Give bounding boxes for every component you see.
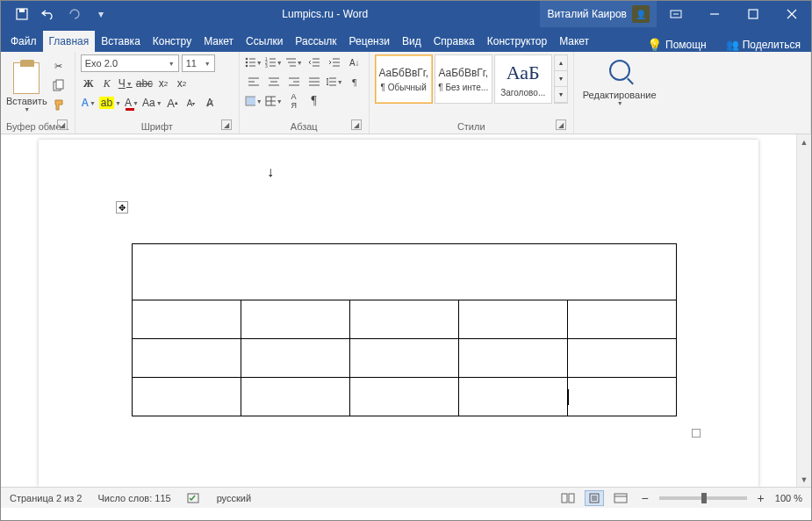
- change-case-button[interactable]: Aa▼: [142, 95, 162, 111]
- sort-az-button[interactable]: АЯ: [285, 93, 303, 109]
- table-row[interactable]: [133, 339, 677, 378]
- tab-file[interactable]: Файл: [4, 31, 43, 52]
- bold-button[interactable]: Ж: [81, 76, 97, 91]
- table-cell[interactable]: [350, 378, 459, 416]
- qat-customize-icon[interactable]: ▾: [92, 5, 110, 23]
- ribbon-options-button[interactable]: [657, 1, 695, 27]
- underline-button[interactable]: Ч▼: [118, 76, 133, 91]
- document-page[interactable]: ↓ ✥: [39, 140, 758, 487]
- clipboard-launcher[interactable]: ◢: [57, 119, 68, 130]
- sort-button[interactable]: A↓: [346, 54, 363, 70]
- tab-table-design[interactable]: Конструктор: [481, 31, 553, 52]
- styles-gallery-expand[interactable]: ▴▾▾: [554, 54, 568, 104]
- spellcheck-icon[interactable]: [187, 492, 201, 504]
- font-color-button[interactable]: A▼: [124, 95, 140, 111]
- table-cell[interactable]: [133, 300, 241, 339]
- autosave-icon[interactable]: [13, 5, 31, 23]
- font-launcher[interactable]: ◢: [221, 119, 232, 130]
- align-center-button[interactable]: [265, 74, 283, 90]
- multilevel-button[interactable]: ▼: [285, 54, 303, 70]
- styles-launcher[interactable]: ◢: [556, 119, 566, 130]
- close-button[interactable]: [772, 1, 811, 27]
- maximize-button[interactable]: [734, 1, 772, 27]
- bullets-button[interactable]: ▼: [245, 54, 262, 70]
- line-spacing-button[interactable]: ▼: [326, 74, 343, 90]
- superscript-button[interactable]: x2: [174, 76, 190, 91]
- zoom-out-button[interactable]: −: [637, 491, 651, 505]
- table-cell[interactable]: [241, 300, 350, 339]
- clear-formatting-button[interactable]: A̷: [202, 95, 218, 111]
- tab-view[interactable]: Вид: [396, 31, 428, 52]
- scroll-up-button[interactable]: ▲: [797, 134, 811, 149]
- table-cell[interactable]: [350, 339, 459, 378]
- align-left-button[interactable]: [245, 74, 262, 90]
- tab-table-layout[interactable]: Макет: [553, 31, 595, 52]
- style-heading1[interactable]: АаБ Заголово...: [494, 54, 552, 104]
- show-marks-button[interactable]: ¶: [346, 74, 363, 90]
- table-cell[interactable]: [133, 378, 241, 416]
- font-size-combo[interactable]: 11▼: [182, 54, 215, 72]
- paragraph-launcher[interactable]: ◢: [351, 119, 362, 130]
- table-cell[interactable]: [241, 378, 350, 416]
- increase-indent-button[interactable]: [326, 54, 343, 70]
- table-row[interactable]: [133, 378, 677, 416]
- zoom-in-button[interactable]: +: [754, 491, 768, 505]
- copy-button[interactable]: [51, 77, 67, 93]
- read-mode-button[interactable]: [558, 490, 578, 506]
- table-cell[interactable]: [459, 378, 568, 416]
- undo-button[interactable]: [40, 5, 57, 23]
- table-cell[interactable]: [459, 339, 568, 378]
- borders-button[interactable]: ▼: [265, 93, 283, 109]
- format-painter-button[interactable]: [51, 97, 67, 112]
- table-cell[interactable]: [568, 300, 677, 339]
- shading-button[interactable]: ▼: [245, 93, 262, 109]
- table-cell[interactable]: [350, 300, 459, 339]
- page-number-status[interactable]: Страница 2 из 2: [10, 493, 82, 503]
- share-icon[interactable]: 👥: [726, 39, 739, 51]
- word-count-status[interactable]: Число слов: 115: [97, 493, 170, 503]
- subscript-button[interactable]: x2: [155, 76, 171, 91]
- scroll-track[interactable]: [797, 149, 811, 472]
- pilcrow-button[interactable]: ¶: [305, 93, 323, 109]
- style-no-spacing[interactable]: АаБбВвГг, ¶ Без инте...: [435, 54, 492, 104]
- italic-button[interactable]: К: [99, 76, 115, 91]
- font-family-combo[interactable]: Exo 2.0▼: [81, 54, 179, 72]
- grow-font-button[interactable]: A▴: [165, 95, 181, 111]
- zoom-level[interactable]: 100 %: [775, 493, 802, 503]
- tab-insert[interactable]: Вставка: [95, 31, 147, 52]
- editing-button[interactable]: Редактирование ▼: [579, 54, 660, 130]
- justify-button[interactable]: [305, 74, 323, 90]
- table-row[interactable]: [133, 244, 677, 300]
- share-label[interactable]: Поделиться: [743, 39, 801, 51]
- strikethrough-button[interactable]: abc: [136, 76, 153, 91]
- tab-review[interactable]: Рецензи: [343, 31, 396, 52]
- align-right-button[interactable]: [285, 74, 303, 90]
- highlight-button[interactable]: ab▼: [99, 95, 121, 111]
- vertical-scrollbar[interactable]: ▲ ▼: [796, 134, 811, 487]
- tab-home[interactable]: Главная: [43, 31, 96, 52]
- print-layout-button[interactable]: [585, 490, 604, 506]
- tab-design[interactable]: Констру: [147, 31, 198, 52]
- shrink-font-button[interactable]: A▾: [183, 95, 199, 111]
- scroll-down-button[interactable]: ▼: [797, 472, 811, 487]
- redo-button[interactable]: [66, 5, 83, 23]
- paste-button[interactable]: Вставить ▼: [6, 54, 47, 119]
- table-row[interactable]: [133, 300, 677, 339]
- tab-layout[interactable]: Макет: [198, 31, 240, 52]
- language-status[interactable]: русский: [217, 493, 251, 503]
- table-cell[interactable]: [568, 378, 677, 416]
- table-move-handle[interactable]: ✥: [116, 201, 128, 213]
- document-table[interactable]: [132, 243, 677, 416]
- table-cell[interactable]: [133, 339, 241, 378]
- style-normal[interactable]: АаБбВвГг, ¶ Обычный: [375, 54, 433, 104]
- table-cell[interactable]: [459, 300, 568, 339]
- tell-me-label[interactable]: Помощн: [665, 39, 707, 51]
- zoom-slider[interactable]: [659, 496, 747, 500]
- table-cell[interactable]: [133, 244, 677, 300]
- cut-button[interactable]: ✂: [51, 58, 67, 74]
- table-resize-handle[interactable]: [692, 429, 701, 438]
- text-effects-button[interactable]: A▼: [81, 95, 97, 111]
- user-account[interactable]: Виталий Каиров 👤: [540, 1, 657, 27]
- numbering-button[interactable]: 123▼: [265, 54, 283, 70]
- web-layout-button[interactable]: [611, 490, 630, 506]
